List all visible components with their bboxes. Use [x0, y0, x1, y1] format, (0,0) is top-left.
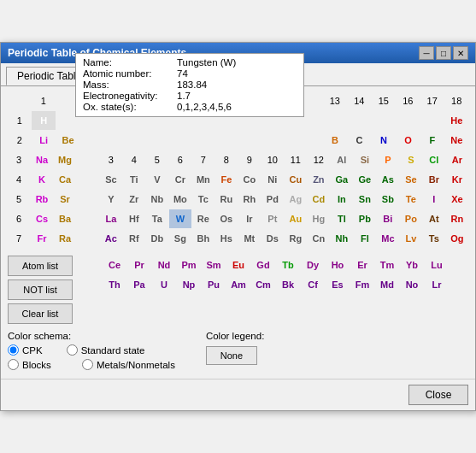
element-Ce[interactable]: Ce — [103, 256, 126, 274]
element-Te[interactable]: Te — [400, 190, 422, 209]
maximize-button[interactable]: □ — [436, 46, 451, 60]
element-Ne[interactable]: Ne — [445, 131, 468, 150]
element-Eu[interactable]: Eu — [226, 256, 250, 274]
element-Cf[interactable]: Cf — [301, 275, 325, 294]
element-Si[interactable]: Si — [354, 150, 376, 169]
element-Pr[interactable]: Pr — [127, 256, 151, 274]
element-F[interactable]: F — [420, 131, 444, 150]
element-Gd[interactable]: Gd — [251, 256, 275, 274]
element-La[interactable]: La — [100, 209, 122, 228]
element-Ds[interactable]: Ds — [262, 229, 284, 248]
element-Lv[interactable]: Lv — [400, 229, 422, 248]
element-Rb[interactable]: Rb — [31, 190, 53, 209]
element-U[interactable]: U — [152, 275, 176, 294]
element-Ru[interactable]: Ru — [215, 190, 238, 209]
element-Ge[interactable]: Ge — [354, 170, 376, 189]
element-Sc[interactable]: Sc — [100, 170, 122, 189]
element-Rh[interactable]: Rh — [238, 190, 261, 209]
element-Po[interactable]: Po — [400, 209, 422, 228]
minimize-button[interactable]: ─ — [419, 46, 434, 60]
element-Cl[interactable]: Cl — [423, 150, 445, 169]
element-Hf[interactable]: Hf — [123, 209, 145, 228]
element-Yb[interactable]: Yb — [400, 256, 424, 274]
element-Cr[interactable]: Cr — [169, 170, 191, 189]
element-Nh[interactable]: Nh — [331, 229, 353, 248]
close-button[interactable]: Close — [408, 385, 468, 405]
element-Ag[interactable]: Ag — [285, 190, 307, 209]
element-Nb[interactable]: Nb — [146, 190, 168, 209]
element-Na[interactable]: Na — [31, 150, 53, 169]
clear-list-button[interactable]: Clear list — [8, 303, 73, 324]
element-Ts[interactable]: Ts — [423, 229, 445, 248]
element-Zn[interactable]: Zn — [308, 170, 330, 189]
element-Ca[interactable]: Ca — [54, 170, 76, 189]
element-In[interactable]: In — [331, 190, 353, 209]
element-Rn[interactable]: Rn — [446, 209, 468, 228]
element-Sb[interactable]: Sb — [377, 190, 399, 209]
element-Db[interactable]: Db — [146, 229, 168, 248]
element-Ba[interactable]: Ba — [54, 209, 76, 228]
element-Lr[interactable]: Lr — [425, 275, 449, 294]
element-H[interactable]: H — [32, 111, 55, 130]
element-Ho[interactable]: Ho — [326, 256, 350, 274]
element-Mg[interactable]: Mg — [54, 150, 76, 169]
element-Bi[interactable]: Bi — [377, 209, 399, 228]
element-Cn[interactable]: Cn — [308, 229, 330, 248]
element-Rf[interactable]: Rf — [123, 229, 145, 248]
element-Kr[interactable]: Kr — [446, 170, 468, 189]
element-He[interactable]: He — [445, 111, 468, 130]
element-Og[interactable]: Og — [446, 229, 468, 248]
element-B[interactable]: B — [323, 131, 346, 150]
element-Br[interactable]: Br — [423, 170, 445, 189]
element-Zr[interactable]: Zr — [123, 190, 145, 209]
element-Ra[interactable]: Ra — [54, 229, 76, 248]
element-Mo[interactable]: Mo — [169, 190, 191, 209]
element-I[interactable]: I — [423, 190, 445, 209]
element-Pa[interactable]: Pa — [127, 275, 151, 294]
element-Tb[interactable]: Tb — [276, 256, 300, 274]
element-Pb[interactable]: Pb — [354, 209, 376, 228]
element-Pd[interactable]: Pd — [262, 190, 284, 209]
element-K[interactable]: K — [31, 170, 53, 189]
element-Th[interactable]: Th — [103, 275, 126, 294]
element-Au[interactable]: Au — [285, 209, 307, 228]
element-C[interactable]: C — [348, 131, 371, 150]
element-Hs[interactable]: Hs — [215, 229, 238, 248]
element-Fr[interactable]: Fr — [31, 229, 53, 248]
element-Cs[interactable]: Cs — [31, 209, 53, 228]
element-Cm[interactable]: Cm — [251, 275, 275, 294]
element-O[interactable]: O — [397, 131, 420, 150]
element-Er[interactable]: Er — [350, 256, 374, 274]
element-Ni[interactable]: Ni — [262, 170, 284, 189]
element-Sn[interactable]: Sn — [354, 190, 376, 209]
element-Li[interactable]: Li — [32, 131, 55, 150]
element-Ga[interactable]: Ga — [331, 170, 353, 189]
element-Nd[interactable]: Nd — [152, 256, 176, 274]
radio-blocks[interactable] — [8, 359, 19, 370]
element-Co[interactable]: Co — [238, 170, 261, 189]
element-Ti[interactable]: Ti — [123, 170, 145, 189]
element-Ir[interactable]: Ir — [238, 209, 261, 228]
element-At[interactable]: At — [423, 209, 445, 228]
element-Np[interactable]: Np — [177, 275, 201, 294]
element-Lu[interactable]: Lu — [425, 256, 449, 274]
element-S[interactable]: S — [400, 150, 422, 169]
element-Al[interactable]: Al — [331, 150, 353, 169]
element-Sr[interactable]: Sr — [54, 190, 76, 209]
element-Md[interactable]: Md — [375, 275, 399, 294]
element-Bh[interactable]: Bh — [192, 229, 214, 248]
element-Se[interactable]: Se — [400, 170, 422, 189]
element-As[interactable]: As — [377, 170, 399, 189]
element-Cd[interactable]: Cd — [308, 190, 330, 209]
element-Be[interactable]: Be — [56, 131, 79, 150]
element-No[interactable]: No — [400, 275, 424, 294]
element-Sg[interactable]: Sg — [169, 229, 191, 248]
element-Ac[interactable]: Ac — [100, 229, 122, 248]
element-Fl[interactable]: Fl — [354, 229, 376, 248]
close-window-button[interactable]: ✕ — [453, 46, 468, 60]
element-Pm[interactable]: Pm — [177, 256, 201, 274]
element-Am[interactable]: Am — [226, 275, 250, 294]
element-Es[interactable]: Es — [326, 275, 350, 294]
element-Tm[interactable]: Tm — [375, 256, 399, 274]
element-Fm[interactable]: Fm — [350, 275, 374, 294]
